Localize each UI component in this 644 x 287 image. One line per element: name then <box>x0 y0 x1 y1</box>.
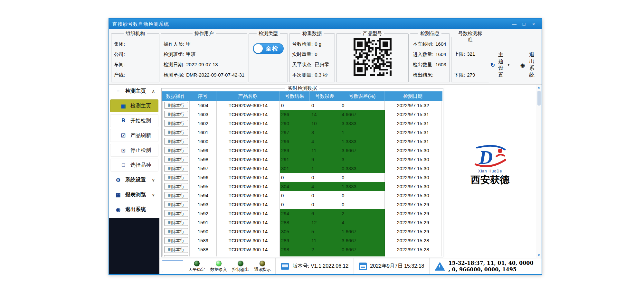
scroll-up-icon[interactable]: ▲ <box>537 86 541 89</box>
cell-date: 2022/9/7 15:32 <box>385 101 441 110</box>
delete-row-button[interactable]: 删除本行 <box>164 156 188 163</box>
cell-error-pct: 0 <box>340 173 385 182</box>
content-row: 实时检测数据 数据操作序号产品名称号数结果号数误差号数误差(%)检测日期 删除本… <box>159 85 542 258</box>
cell-actions: 删除本行 <box>163 137 190 146</box>
sidebar-item-report-browse[interactable]: ▦报表浏览∨ <box>110 188 158 201</box>
cell-result: 297 <box>280 128 310 137</box>
scroll-down-icon[interactable]: ▼ <box>537 254 541 257</box>
cell-actions: 删除本行 <box>163 155 190 164</box>
cell-error-pct: 0 <box>340 191 385 200</box>
cell-seq: 1604 <box>190 101 217 110</box>
page-icon: ▣ <box>120 103 127 109</box>
delete-row-button[interactable]: 删除本行 <box>164 129 188 136</box>
column-header: 号数误差(%) <box>340 91 384 101</box>
led-label: 数据录入 <box>210 267 227 273</box>
cell-date: 2022/9/7 15:31 <box>385 110 441 119</box>
cell-error: 0 <box>310 200 340 209</box>
cell-name: TCR920W-300-14 <box>217 101 280 110</box>
cell-name: TCR920W-300-14 <box>217 146 280 155</box>
delete-row-button[interactable]: 删除本行 <box>164 192 188 199</box>
cell-error-pct: 1 <box>340 128 385 137</box>
cell-name: TCR920W-300-14 <box>217 119 280 128</box>
cell-seq: 1602 <box>190 119 217 128</box>
vertical-scrollbar[interactable]: ▲ ▼ <box>536 85 542 258</box>
delete-row-button[interactable]: 删除本行 <box>164 147 188 154</box>
cell-seq: 1587 <box>190 254 217 256</box>
sidebar-item-home-group[interactable]: ≡检测主页∧ <box>110 85 158 97</box>
delete-row-button[interactable]: 删除本行 <box>164 102 188 109</box>
delete-row-button[interactable]: 删除本行 <box>164 111 188 118</box>
delete-row-button[interactable]: 删除本行 <box>164 201 188 208</box>
cell-name: TCR920W-300-14 <box>217 254 280 256</box>
logo-text-cn: 西安获德 <box>471 173 509 187</box>
theme-settings-button[interactable]: ↻ 主题设置 ▼ <box>490 51 510 79</box>
cell-date: 2022/9/7 15:28 <box>385 245 441 254</box>
sidebar-item-stop-detection[interactable]: ⊡停止检测 <box>110 144 158 157</box>
sidebar-item-label: 报表浏览 <box>125 191 146 198</box>
scroll-thumb[interactable] <box>537 91 541 106</box>
sidebar-item-product-refresh[interactable]: ☑产品刷新 <box>110 129 158 142</box>
org-box: 组织机构 集团:公司:车间:产线: <box>111 31 159 82</box>
sidebar-item-select-variety[interactable]: □选择品种 <box>110 159 158 171</box>
gear-icon: ⚙ <box>115 177 121 183</box>
led-label: 控制输出 <box>232 267 249 273</box>
cell-seq: 1589 <box>190 236 217 245</box>
maximize-button[interactable]: □ <box>519 22 529 27</box>
delete-row-button[interactable]: 删除本行 <box>164 183 188 190</box>
delete-row-button[interactable]: 删除本行 <box>164 246 188 253</box>
full-check-toggle[interactable]: 全检 <box>253 43 284 54</box>
cell-seq: 1598 <box>190 155 217 164</box>
minimize-button[interactable]: — <box>509 22 519 27</box>
delete-row-button[interactable]: 删除本行 <box>164 219 188 226</box>
realtime-data-box: 实时检测数据 数据操作序号产品名称号数结果号数误差号数误差(%)检测日期 删除本… <box>161 85 443 257</box>
table-row: 删除本行1604TCR920W-300-140002022/9/7 15:32 <box>163 101 442 110</box>
delete-row-button[interactable]: 删除本行 <box>164 165 188 172</box>
cell-error-pct: 0 <box>340 200 385 209</box>
cell-actions: 删除本行 <box>163 218 190 227</box>
cell-result: 286 <box>280 110 310 119</box>
delete-row-button[interactable]: 删除本行 <box>164 255 188 256</box>
table-row: 删除本行1590TCR920W-300-1430551.66672022/9/7… <box>163 227 442 236</box>
delete-row-button[interactable]: 删除本行 <box>164 174 188 181</box>
cell-actions: 删除本行 <box>163 191 190 200</box>
sidebar-item-exit-system[interactable]: ◉退出系统 <box>110 203 158 216</box>
cell-result: 288 <box>280 218 310 227</box>
cell-actions: 删除本行 <box>163 146 190 155</box>
sidebar-item-label: 停止检测 <box>130 147 151 154</box>
delete-row-button[interactable]: 删除本行 <box>164 228 188 235</box>
field-label: 天平状态: <box>292 62 313 68</box>
version-icon <box>281 263 289 270</box>
sidebar-item-start-detection[interactable]: B开始检测 <box>110 114 158 127</box>
sidebar-item-home[interactable]: ▣检测主页 <box>110 99 158 112</box>
led-balance-stable: 天平稳定 <box>187 261 206 273</box>
close-button[interactable]: × <box>529 22 538 27</box>
field-label: 检测班组: <box>164 51 184 58</box>
delete-row-button[interactable]: 删除本行 <box>164 138 188 145</box>
cell-date: 2022/9/7 15:30 <box>385 146 441 155</box>
cell-actions: 删除本行 <box>163 164 190 173</box>
cell-result: 294 <box>280 209 310 218</box>
status-bar: 天平稳定数据录入控制输出通讯指示 版本号: V1.1.2022.06.12 20… <box>159 258 542 274</box>
cell-error-pct: 2 <box>340 209 385 218</box>
field-value: 1604 <box>435 51 446 58</box>
cell-date: 2022/9/7 15:30 <box>385 155 441 164</box>
cell-seq: 1596 <box>190 173 217 182</box>
cell-result: 305 <box>280 227 310 236</box>
delete-row-button[interactable]: 删除本行 <box>164 237 188 244</box>
field-row: 车间: <box>114 62 156 68</box>
delete-row-button[interactable]: 删除本行 <box>164 210 188 217</box>
cell-actions: 删除本行 <box>163 245 190 254</box>
column-header: 检测日期 <box>384 91 441 101</box>
led-indicator <box>216 261 222 266</box>
standard-box-title: 号数检测标准 <box>454 31 486 43</box>
exit-system-button[interactable]: ◉ 退出系统 <box>520 51 536 79</box>
detection-info-title: 检测信息 <box>418 31 441 37</box>
cell-seq: 1600 <box>190 137 217 146</box>
field-row: 号数检测:0 g <box>292 41 332 47</box>
field-value: 279 <box>467 72 475 78</box>
delete-row-button[interactable]: 删除本行 <box>164 120 188 127</box>
cell-date: 2022/9/7 15:29 <box>385 218 441 227</box>
datetime-text: 2022年9月7日 15:32:18 <box>370 263 424 270</box>
status-input[interactable] <box>162 260 183 272</box>
sidebar-item-system-settings[interactable]: ⚙系统设置∨ <box>110 173 158 186</box>
